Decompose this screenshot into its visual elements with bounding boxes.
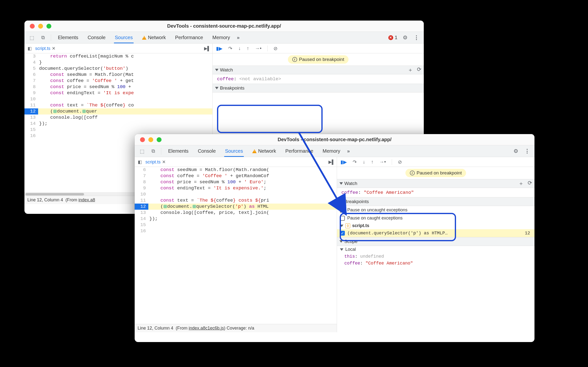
code-line[interactable]: 10 <box>135 191 337 197</box>
code-line[interactable]: 11 const text = `The ${coffee} co <box>24 102 212 108</box>
code-line[interactable]: 15 <box>24 127 212 133</box>
tab-network[interactable]: Network <box>250 145 278 157</box>
step-out-icon[interactable]: ↑ <box>371 159 373 165</box>
step-over-icon[interactable]: ↷ <box>228 46 232 51</box>
code-line[interactable]: 8 const price = seedNum % 100 + ' Euro'; <box>135 179 337 185</box>
warning-icon <box>142 36 146 40</box>
resume-icon[interactable]: ▮▶ <box>340 159 347 165</box>
tab-console[interactable]: Console <box>195 145 218 157</box>
refresh-watch-icon[interactable]: ⟳ <box>528 180 532 187</box>
tab-performance[interactable]: Performance <box>283 145 316 157</box>
step-icon[interactable]: →• <box>255 46 261 51</box>
paused-banner: iPaused on breakpoint <box>213 53 424 66</box>
settings-icon[interactable] <box>402 34 409 41</box>
watch-expression[interactable]: coffee: "Coffee Americano" <box>337 188 534 197</box>
source-map-link[interactable]: index.a8c1ec6b.js <box>189 326 224 331</box>
code-line[interactable]: 10 <box>24 96 212 102</box>
code-line[interactable]: 6 const seedNum = Math.floor(Math.random… <box>135 167 337 173</box>
tab-memory[interactable]: Memory <box>210 32 232 43</box>
code-line[interactable]: 6 const seedNum = Math.floor(Mat <box>24 72 212 78</box>
step-into-icon[interactable]: ↓ <box>363 159 365 165</box>
file-tab-script[interactable]: script.ts✕ <box>33 46 57 51</box>
file-tab-script[interactable]: script.ts✕ <box>143 159 168 165</box>
more-tabs-icon[interactable]: » <box>347 148 349 154</box>
titlebar: DevTools - consistent-source-map-pc.netl… <box>24 21 424 32</box>
code-line[interactable]: 16 <box>135 228 337 234</box>
tab-elements[interactable]: Elements <box>55 32 81 43</box>
inspect-icon[interactable]: ⬚ <box>28 34 35 41</box>
breakpoint-entry[interactable]: ✓ (document.querySelector('p') as HTMLP…… <box>337 229 534 237</box>
zoom-window-icon[interactable] <box>157 137 162 142</box>
code-line[interactable]: 4} <box>24 59 212 66</box>
code-line[interactable]: 13 console.log([coffee, price, text].joi… <box>135 210 337 216</box>
tab-sources[interactable]: Sources <box>223 145 245 157</box>
add-watch-icon[interactable]: ＋ <box>518 180 524 187</box>
device-icon[interactable]: ⧉ <box>150 148 157 155</box>
step-into-icon[interactable]: ↓ <box>238 46 241 51</box>
resume-icon[interactable]: ▮▶ <box>216 46 222 51</box>
code-line[interactable]: 7 const coffee = 'Coffee ' + getRandomCo… <box>135 173 337 179</box>
deactivate-breakpoints-icon[interactable]: ⊘ <box>398 159 402 165</box>
refresh-watch-icon[interactable]: ⟳ <box>417 66 421 74</box>
device-icon[interactable]: ⧉ <box>40 34 46 41</box>
breakpoint-file-group[interactable]: ⟨⟩ script.ts <box>337 222 534 229</box>
navigator-toggle-icon[interactable]: ◧ <box>136 159 143 165</box>
step-out-icon[interactable]: ↑ <box>247 46 249 51</box>
step-icon[interactable]: →• <box>379 159 386 165</box>
watch-section-header[interactable]: Watch ＋⟳ <box>337 179 534 188</box>
run-snippet-icon[interactable]: ▶▌ <box>204 46 211 51</box>
devtools-window-after: DevTools - consistent-source-map-pc.netl… <box>135 134 534 342</box>
code-line[interactable]: 3 return coffeeList[magicNum % c <box>24 53 212 59</box>
more-tabs-icon[interactable]: » <box>237 35 239 40</box>
scope-variable-coffee[interactable]: coffee: "Coffee Americano" <box>337 260 534 267</box>
run-snippet-icon[interactable]: ▶▌ <box>328 159 335 165</box>
close-window-icon[interactable] <box>140 137 145 142</box>
tab-console[interactable]: Console <box>85 32 108 43</box>
deactivate-breakpoints-icon[interactable]: ⊘ <box>273 46 278 51</box>
inspect-icon[interactable]: ⬚ <box>139 148 145 155</box>
scope-variable-this[interactable]: this: undefined <box>337 253 534 260</box>
pause-uncaught-checkbox[interactable]: Pause on uncaught exceptions <box>337 206 534 214</box>
code-line[interactable]: 9 const endingText = 'It is expe <box>24 90 212 96</box>
kebab-menu-icon[interactable] <box>413 34 420 41</box>
tab-performance[interactable]: Performance <box>173 32 206 43</box>
scope-section-header[interactable]: Scope <box>337 237 534 246</box>
chevron-down-icon <box>339 240 343 243</box>
close-window-icon[interactable] <box>30 24 35 29</box>
tab-sources[interactable]: Sources <box>112 32 135 43</box>
pause-caught-checkbox[interactable]: Pause on caught exceptions <box>337 214 534 222</box>
code-line[interactable]: 15 <box>135 222 337 228</box>
settings-icon[interactable] <box>512 148 519 155</box>
code-line[interactable]: 11 const text = `The ${coffee} costs ${p… <box>135 197 337 204</box>
kebab-menu-icon[interactable] <box>524 148 531 155</box>
tab-memory[interactable]: Memory <box>320 145 343 157</box>
scope-local-header[interactable]: Local <box>337 246 534 253</box>
code-line[interactable]: 12 (document.querySelector('p') as HTML <box>135 204 337 210</box>
zoom-window-icon[interactable] <box>46 24 51 29</box>
watch-section-header[interactable]: Watch ＋⟳ <box>213 66 424 74</box>
tab-elements[interactable]: Elements <box>166 145 191 157</box>
code-line[interactable]: 14}); <box>24 121 212 127</box>
code-line[interactable]: 8 const price = seedNum % 100 + <box>24 84 212 90</box>
minimize-window-icon[interactable] <box>38 24 43 29</box>
add-watch-icon[interactable]: ＋ <box>408 66 413 74</box>
close-file-icon[interactable]: ✕ <box>162 160 166 164</box>
minimize-window-icon[interactable] <box>148 137 153 142</box>
step-over-icon[interactable]: ↷ <box>353 159 357 165</box>
code-line[interactable]: 12 (document.quer <box>24 108 212 115</box>
code-line[interactable]: 9 const endingText = 'It is expensive.'; <box>135 185 337 191</box>
code-line[interactable]: 14}); <box>135 216 337 222</box>
breakpoints-section-header[interactable]: Breakpoints <box>337 197 534 206</box>
watch-expression[interactable]: coffee: <not available> <box>213 74 424 84</box>
error-count-badge[interactable]: ✕1 <box>388 35 397 40</box>
tab-network[interactable]: Network <box>140 32 168 43</box>
source-map-link[interactable]: index.a8 <box>78 197 95 202</box>
code-line[interactable]: 13 console.log([coff <box>24 115 212 121</box>
close-file-icon[interactable]: ✕ <box>52 46 55 51</box>
devtools-tabbar: ⬚ ⧉ Elements Console Sources Network Per… <box>135 145 534 157</box>
source-code[interactable]: 6 const seedNum = Math.floor(Math.random… <box>135 167 337 324</box>
code-line[interactable]: 5document.querySelector('button') <box>24 66 212 72</box>
code-line[interactable]: 7 const coffee = 'Coffee ' + get <box>24 78 212 84</box>
breakpoints-section-header[interactable]: Breakpoints <box>213 84 424 92</box>
navigator-toggle-icon[interactable]: ◧ <box>26 46 33 51</box>
